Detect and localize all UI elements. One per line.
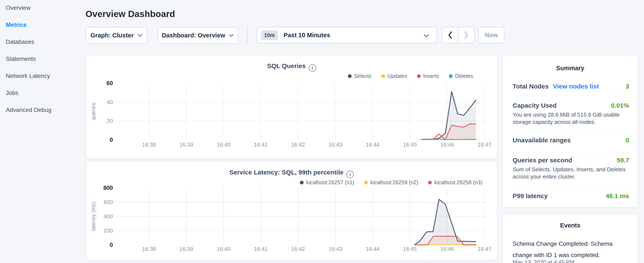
- svg-text:16:44: 16:44: [366, 141, 380, 148]
- now-button[interactable]: Now: [478, 27, 504, 43]
- svg-text:16:38: 16:38: [142, 141, 156, 148]
- service-latency-plot: 16:3816:3916:4016:4116:4216:4316:4416:45…: [86, 185, 498, 255]
- legend-item-deletes[interactable]: Deletes: [449, 73, 473, 79]
- summary-description: Sum of Selects, Updates, Inserts, and De…: [512, 166, 629, 180]
- svg-text:20: 20: [107, 118, 113, 124]
- events-heading: Events: [503, 222, 638, 229]
- sidebar-item-advanced-debug[interactable]: Advanced Debug: [6, 107, 76, 118]
- svg-text:200: 200: [104, 227, 113, 234]
- chevron-down-icon: [423, 34, 429, 39]
- sidebar-item-metrics[interactable]: Metrics: [6, 22, 76, 33]
- chevron-down-icon: [228, 34, 234, 37]
- dashboard-dropdown[interactable]: Dashboard: Overview: [158, 27, 238, 44]
- next-time-button[interactable]: [458, 27, 474, 43]
- graph-scope-dropdown[interactable]: Graph: Cluster: [86, 27, 147, 44]
- sidebar-item-databases[interactable]: Databases: [6, 39, 76, 50]
- legend-dot: [449, 74, 453, 78]
- summary-heading: Summary: [503, 65, 638, 72]
- svg-text:16:42: 16:42: [291, 141, 305, 148]
- summary-row-total-nodes: Total NodesView nodes list3: [512, 83, 629, 90]
- controls-divider: [247, 26, 248, 44]
- chevron-left-icon: [448, 31, 453, 40]
- summary-value: 59.7: [617, 157, 629, 164]
- svg-text:16:43: 16:43: [328, 246, 342, 252]
- summary-description: You are using 28.6 MiB of 515.9 GiB usab…: [512, 111, 629, 126]
- chevron-down-icon: [137, 34, 143, 37]
- sql-queries-chart-card: SQL Queriesi SelectsUpdatesInsertsDelete…: [86, 55, 497, 158]
- info-icon[interactable]: i: [309, 64, 316, 72]
- time-range-dropdown[interactable]: 10m Past 10 Minutes: [256, 27, 437, 43]
- dashboard-label: Dashboard: Overview: [162, 32, 225, 39]
- divider: [512, 96, 629, 96]
- legend-dot: [300, 181, 304, 184]
- sidebar-item-overview[interactable]: Overview: [6, 5, 76, 16]
- chart-title: Service Latency: SQL, 99th percentilei: [86, 169, 497, 178]
- svg-text:16:46: 16:46: [440, 246, 454, 252]
- chart-title-text: SQL Queries: [267, 62, 306, 69]
- summary-value: 0.01%: [611, 102, 629, 109]
- legend-label: localhost:26258 (n3): [434, 179, 482, 185]
- overview-dashboard-page: OverviewMetricsDatabasesStatementsNetwor…: [0, 0, 644, 263]
- legend-dot: [428, 181, 432, 184]
- svg-text:800: 800: [103, 185, 113, 191]
- info-icon[interactable]: i: [346, 171, 354, 178]
- legend-item-inserts[interactable]: Inserts: [417, 73, 439, 79]
- legend-item-updates[interactable]: Updates: [381, 73, 407, 79]
- svg-text:16:41: 16:41: [254, 246, 268, 252]
- previous-time-button[interactable]: [442, 27, 458, 43]
- sidebar-item-network-latency[interactable]: Network Latency: [6, 73, 76, 84]
- summary-label: Unavailable ranges: [512, 137, 571, 144]
- svg-text:16:47: 16:47: [478, 246, 491, 252]
- legend-dot: [417, 74, 421, 78]
- svg-text:0: 0: [110, 242, 113, 248]
- svg-text:16:46: 16:46: [440, 141, 454, 148]
- divider: [512, 130, 629, 130]
- svg-text:16:47: 16:47: [478, 141, 491, 148]
- time-step-buttons: [442, 27, 474, 43]
- graph-scope-label: Graph: Cluster: [90, 32, 134, 39]
- sql-queries-plot: 16:3816:3916:4016:4116:4216:4316:4416:45…: [86, 80, 498, 150]
- events-panel: Events Schema Change Completed: Schema c…: [502, 214, 638, 263]
- legend-item-localhost-26259-n2[interactable]: localhost:26259 (n2): [364, 179, 418, 185]
- summary-label: Total Nodes: [512, 83, 548, 90]
- legend-item-localhost-26258-n3[interactable]: localhost:26258 (n3): [428, 179, 482, 185]
- chart-title: SQL Queriesi: [86, 62, 497, 72]
- view-nodes-list-link[interactable]: View nodes list: [553, 83, 599, 90]
- svg-text:16:42: 16:42: [291, 246, 305, 252]
- summary-row-queries-per-second: Queries per second59.7: [512, 157, 629, 164]
- svg-text:16:38: 16:38: [142, 246, 156, 252]
- svg-text:16:45: 16:45: [403, 141, 417, 148]
- legend-label: Inserts: [423, 73, 439, 79]
- summary-row-p99-latency: P99 latency46.1 ms: [512, 192, 629, 200]
- sidebar-nav: OverviewMetricsDatabasesStatementsNetwor…: [6, 5, 76, 124]
- legend-dot: [381, 74, 385, 78]
- summary-value: 0: [626, 137, 629, 144]
- chart-legend: SelectsUpdatesInsertsDeletes: [348, 73, 473, 79]
- divider: [512, 153, 629, 153]
- legend-item-selects[interactable]: Selects: [348, 73, 372, 79]
- svg-text:16:45: 16:45: [403, 246, 417, 252]
- svg-text:40: 40: [107, 99, 113, 105]
- svg-text:0: 0: [110, 137, 113, 143]
- svg-text:16:40: 16:40: [217, 141, 230, 148]
- svg-text:60: 60: [106, 80, 113, 86]
- legend-label: Deletes: [455, 73, 473, 79]
- chevron-right-icon: [464, 31, 469, 40]
- legend-label: localhost:26259 (n2): [370, 179, 418, 185]
- svg-text:16:43: 16:43: [328, 141, 342, 148]
- svg-text:400: 400: [104, 213, 113, 220]
- time-range-badge: 10m: [261, 31, 278, 40]
- event-timestamp: May 13, 2020 at 4:45 PM: [512, 259, 629, 263]
- legend-label: localhost:26257 (n1): [306, 179, 354, 185]
- service-latency-chart-card: Service Latency: SQL, 99th percentilei l…: [86, 161, 497, 260]
- legend-item-localhost-26257-n1[interactable]: localhost:26257 (n1): [300, 179, 354, 185]
- summary-label: P99 latency: [512, 192, 548, 200]
- divider: [512, 185, 629, 186]
- summary-row-capacity-used: Capacity Used0.01%: [512, 102, 629, 109]
- sidebar-item-statements[interactable]: Statements: [6, 56, 76, 67]
- sidebar-item-jobs[interactable]: Jobs: [6, 90, 76, 101]
- chart-title-text: Service Latency: SQL, 99th percentile: [230, 169, 344, 176]
- svg-text:queries: queries: [90, 103, 96, 120]
- svg-text:16:40: 16:40: [217, 246, 230, 252]
- legend-dot: [348, 74, 352, 78]
